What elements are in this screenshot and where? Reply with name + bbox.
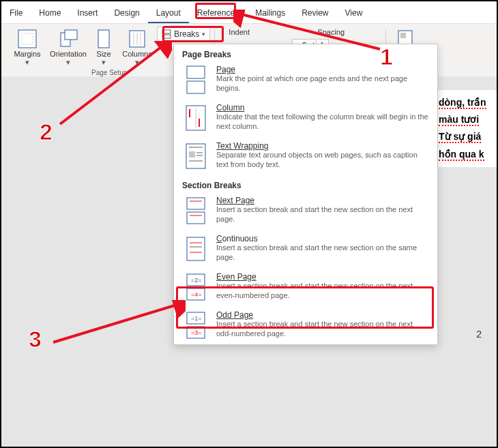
odd-page-icon: =1==3= xyxy=(182,310,209,340)
menu-even-page[interactable]: =2==4= Even PageInsert a section break a… xyxy=(174,268,437,306)
orientation-label: Orientation xyxy=(50,50,87,58)
page-setup-group-label: Page Setup xyxy=(91,69,127,76)
svg-rect-14 xyxy=(187,81,205,93)
anno-number-1: 1 xyxy=(380,44,393,70)
document-body[interactable]: dòng, trần màu tươi Từ sự giá hồn qua k xyxy=(435,90,497,167)
svg-rect-0 xyxy=(18,30,36,48)
svg-rect-24 xyxy=(187,212,205,224)
menu-column[interactable]: ColumnIndicate that the text following t… xyxy=(174,99,437,137)
page-breaks-header: Page Breaks xyxy=(174,44,437,61)
indent-header: Indent xyxy=(229,28,250,36)
tab-view[interactable]: View xyxy=(337,5,371,23)
menu-text-wrapping[interactable]: Text WrappingSeparate text around object… xyxy=(174,137,437,175)
section-breaks-header: Section Breaks xyxy=(174,175,437,192)
page-number: 2 xyxy=(476,329,482,340)
spacing-header: Spacing xyxy=(317,28,345,36)
svg-text:=3=: =3= xyxy=(191,329,202,336)
tab-insert[interactable]: Insert xyxy=(69,5,106,23)
margins-label: Margins xyxy=(14,50,40,58)
chevron-down-icon: ▾ xyxy=(202,31,205,38)
anno-number-2: 2 xyxy=(40,119,53,145)
svg-text:=1=: =1= xyxy=(191,315,202,322)
svg-rect-12 xyxy=(400,33,406,38)
size-button[interactable]: Size▾ xyxy=(90,27,117,68)
chevron-down-icon: ▾ xyxy=(25,58,29,66)
column-break-icon xyxy=(182,103,209,133)
orientation-icon xyxy=(57,28,79,50)
menu-page[interactable]: PageMark the point at which one page end… xyxy=(174,61,437,99)
chevron-down-icon: ▾ xyxy=(66,58,70,66)
tab-layout[interactable]: Layout xyxy=(148,5,189,23)
margins-icon xyxy=(16,28,38,50)
svg-text:=2=: =2= xyxy=(191,277,202,284)
ribbon-tabs: File Home Insert Design Layout Reference… xyxy=(1,1,497,24)
tab-references[interactable]: References xyxy=(189,5,247,23)
text-wrapping-icon xyxy=(182,141,209,171)
next-page-icon xyxy=(182,196,209,226)
svg-rect-3 xyxy=(65,30,77,40)
chevron-down-icon: ▾ xyxy=(102,58,106,66)
size-label: Size xyxy=(96,50,111,58)
tab-home[interactable]: Home xyxy=(31,5,69,23)
tab-mailings[interactable]: Mailings xyxy=(247,5,293,23)
columns-button[interactable]: Columns▾ xyxy=(120,27,154,68)
svg-rect-4 xyxy=(98,30,109,48)
continuous-icon xyxy=(182,234,209,264)
size-icon xyxy=(93,28,115,50)
svg-rect-10 xyxy=(162,35,171,38)
svg-text:=4=: =4= xyxy=(191,291,202,298)
breaks-button[interactable]: Breaks ▾ xyxy=(157,27,210,42)
svg-rect-9 xyxy=(162,30,171,33)
svg-line-41 xyxy=(53,304,179,342)
svg-rect-18 xyxy=(189,151,195,158)
columns-icon xyxy=(126,28,148,50)
tab-design[interactable]: Design xyxy=(106,5,147,23)
tab-review[interactable]: Review xyxy=(293,5,336,23)
menu-odd-page[interactable]: =1==3= Odd PageInsert a section break an… xyxy=(174,306,437,344)
margins-button[interactable]: Margins▾ xyxy=(8,27,46,68)
chevron-down-icon: ▾ xyxy=(135,58,139,66)
orientation-button[interactable]: Orientation▾ xyxy=(49,27,87,68)
anno-number-3: 3 xyxy=(29,326,42,353)
page-break-icon xyxy=(182,65,209,95)
breaks-icon xyxy=(162,29,171,39)
breaks-dropdown: Page Breaks PageMark the point at which … xyxy=(173,44,438,345)
breaks-label: Breaks xyxy=(174,29,199,39)
tab-file[interactable]: File xyxy=(1,5,31,23)
even-page-icon: =2==4= xyxy=(182,272,209,302)
svg-rect-27 xyxy=(187,237,205,260)
anno-arrow-3 xyxy=(49,300,186,348)
menu-continuous[interactable]: ContinuousInsert a section break and sta… xyxy=(174,230,437,268)
svg-rect-13 xyxy=(187,66,205,78)
svg-rect-23 xyxy=(187,198,205,209)
menu-next-page[interactable]: Next PageInsert a section break and star… xyxy=(174,192,437,230)
columns-label: Columns xyxy=(122,50,151,58)
